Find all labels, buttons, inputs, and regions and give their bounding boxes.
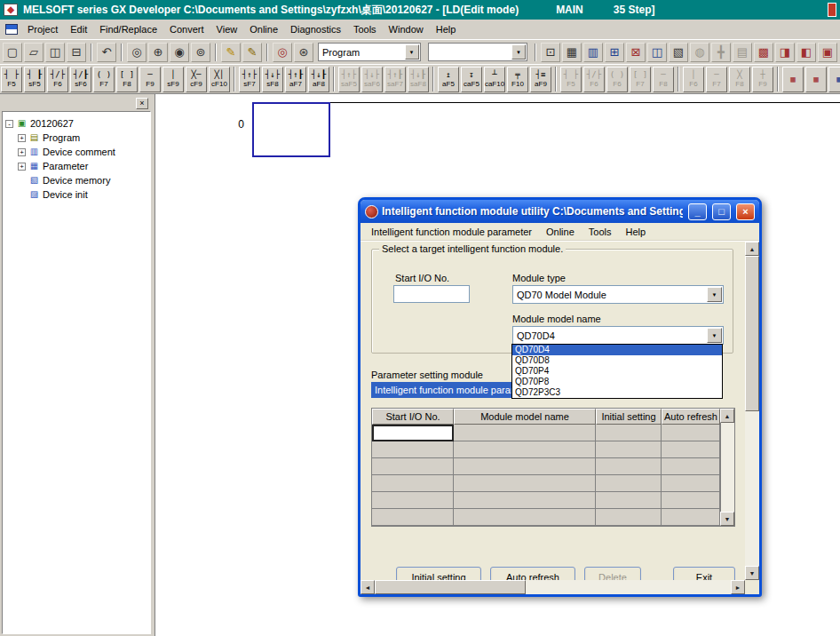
vertical-line-button[interactable]: │sF9 xyxy=(162,67,184,92)
menu-item[interactable]: Window xyxy=(383,21,430,37)
table-cell[interactable] xyxy=(662,458,720,475)
dialog-horizontal-scrollbar[interactable]: ◄ ► xyxy=(361,580,745,594)
buffer-monitor-icon[interactable]: ▧ xyxy=(669,43,688,62)
table-cell[interactable] xyxy=(596,475,662,492)
used-device-icon[interactable]: ⊠ xyxy=(626,43,646,62)
table-cell[interactable] xyxy=(372,492,454,509)
dialog-vertical-scrollbar[interactable]: ▲ ▼ xyxy=(745,242,759,580)
search-icon[interactable]: ◎ xyxy=(127,43,147,62)
interline-statement-button[interactable]: ┤ ├F5 xyxy=(560,67,582,92)
online-write-icon[interactable]: ◍ xyxy=(690,43,709,62)
module-type-combo[interactable]: QD70 Model Module ▼ xyxy=(512,285,724,304)
ladder-cursor[interactable] xyxy=(252,102,330,157)
tree-item[interactable]: + ▤ Program xyxy=(5,131,147,145)
menu-item[interactable]: Find/Replace xyxy=(93,21,163,37)
table-cell[interactable] xyxy=(372,458,454,475)
dropdown-option[interactable]: QD70P8 xyxy=(512,377,722,387)
table-cell[interactable] xyxy=(662,509,720,526)
pointer-button[interactable]: [ ]F7 xyxy=(630,67,651,92)
chevron-down-icon[interactable]: ▼ xyxy=(405,44,419,60)
chevron-down-icon[interactable]: ▼ xyxy=(707,328,722,343)
dropdown-option[interactable]: QD70D4 xyxy=(512,345,722,355)
table-cell[interactable] xyxy=(596,492,662,509)
start-io-input[interactable] xyxy=(393,285,470,303)
monitor-stop-button[interactable]: ▦ xyxy=(805,67,827,92)
network-diagnostics-icon[interactable]: ◧ xyxy=(796,43,816,62)
dropdown-option[interactable]: QD70P4 xyxy=(512,366,722,377)
tree-item[interactable]: + ▥ Device comment xyxy=(5,145,147,159)
monitor-start-button[interactable]: ▦ xyxy=(782,67,804,92)
device-list-icon[interactable]: ▥ xyxy=(583,43,603,62)
tree-root-item[interactable]: - ▣ 20120627 xyxy=(5,116,147,131)
remote-operation-icon[interactable]: ▩ xyxy=(754,43,773,62)
monitor-mode-icon[interactable]: ◉ xyxy=(170,43,189,62)
rising-pulse-close-button[interactable]: ┤↑├saF5 xyxy=(338,67,360,92)
convert-block-button[interactable]: ↧caF5 xyxy=(461,67,482,92)
table-cell[interactable] xyxy=(372,425,454,441)
dialog-menu-item[interactable]: Help xyxy=(618,225,653,239)
dialog-menu-item[interactable]: Intelligent function module parameter xyxy=(364,225,539,239)
table-row[interactable] xyxy=(372,441,734,458)
collapse-box-icon[interactable]: - xyxy=(5,120,13,128)
menu-item[interactable]: Tools xyxy=(347,21,383,37)
chevron-down-icon[interactable]: ▼ xyxy=(707,287,722,302)
device-search-icon[interactable]: ◎ xyxy=(273,43,292,62)
connect-line-button[interactable]: ╳F8 xyxy=(729,67,750,92)
table-cell[interactable] xyxy=(596,441,662,458)
minimize-button[interactable]: _ xyxy=(688,203,707,220)
new-project-icon[interactable]: ▢ xyxy=(3,43,22,62)
save-project-icon[interactable]: ◫ xyxy=(45,43,65,62)
copy-program-icon[interactable]: ⊡ xyxy=(541,43,560,62)
application-instruction-button[interactable]: [ ]F8 xyxy=(116,67,138,92)
expand-box-icon[interactable]: + xyxy=(18,148,26,156)
plc-diagnostics-icon[interactable]: ◨ xyxy=(775,43,795,62)
table-cell[interactable] xyxy=(662,492,720,509)
table-cell[interactable] xyxy=(662,441,720,458)
undo-icon[interactable]: ↶ xyxy=(97,43,116,62)
menu-item[interactable]: Edit xyxy=(64,21,93,37)
ladder-window-icon[interactable] xyxy=(5,24,18,35)
table-cell[interactable] xyxy=(454,441,596,458)
table-cell[interactable] xyxy=(454,509,596,526)
dropdown-option[interactable]: QD70D8 xyxy=(512,355,722,366)
chevron-down-icon[interactable]: ▼ xyxy=(511,44,526,60)
table-cell[interactable] xyxy=(372,475,454,492)
coil-button[interactable]: ( )F7 xyxy=(93,67,115,92)
print-icon[interactable]: ⊟ xyxy=(67,43,86,62)
scroll-up-icon[interactable]: ▲ xyxy=(745,242,759,256)
table-cell[interactable] xyxy=(596,458,662,475)
module-model-combo[interactable]: QD70D4 ▼ xyxy=(512,326,724,345)
falling-pulse-close-button[interactable]: ┤↓├saF6 xyxy=(361,67,383,92)
maximize-button[interactable]: □ xyxy=(712,203,731,220)
menu-item[interactable]: Help xyxy=(430,21,463,37)
open-project-icon[interactable]: ▱ xyxy=(24,43,44,62)
rising-pulse-branch-button[interactable]: ┤↑┠aF7 xyxy=(285,67,306,92)
falling-pulse-branch-button[interactable]: ┤↓┠aF8 xyxy=(308,67,329,92)
table-cell[interactable] xyxy=(454,475,596,492)
zoom-mode-icon[interactable]: ⊚ xyxy=(191,43,210,62)
menu-item[interactable]: Diagnostics xyxy=(284,21,347,37)
expand-box-icon[interactable]: + xyxy=(18,134,26,142)
menu-item[interactable]: Online xyxy=(243,21,284,37)
rung-up-button[interactable]: │F6 xyxy=(683,67,704,92)
scroll-up-icon[interactable]: ▲ xyxy=(720,409,734,423)
table-header-cell[interactable]: Auto refresh xyxy=(662,409,720,425)
tree-item[interactable]: + ▦ Parameter xyxy=(5,159,147,173)
table-cell[interactable] xyxy=(662,425,720,441)
dropdown-option[interactable]: QD72P3C3 xyxy=(512,387,722,398)
cross-reference-icon[interactable]: ⊞ xyxy=(605,43,624,62)
table-scrollbar[interactable]: ▲ ▼ xyxy=(720,409,734,526)
tree-item[interactable]: ▧ Device memory xyxy=(5,173,147,187)
horizontal-line-button[interactable]: ─F9 xyxy=(139,67,161,92)
read-mode-icon[interactable]: ✎ xyxy=(221,43,241,62)
scroll-down-icon[interactable]: ▼ xyxy=(745,566,759,580)
close-icon[interactable]: × xyxy=(136,98,148,109)
entry-monitor-icon[interactable]: ◫ xyxy=(647,43,667,62)
transfer-setup-icon[interactable]: ▤ xyxy=(733,43,752,62)
dialog-menu-item[interactable]: Online xyxy=(539,225,582,239)
closed-branch-button[interactable]: ┤/┠sF6 xyxy=(70,67,91,92)
edit-data-button[interactable]: ┤≡aF9 xyxy=(530,67,551,92)
ladder-list-icon[interactable]: ▦ xyxy=(562,43,582,62)
scroll-down-icon[interactable]: ▼ xyxy=(720,512,734,526)
rising-close-branch-button[interactable]: ┤↑┠saF7 xyxy=(384,67,406,92)
